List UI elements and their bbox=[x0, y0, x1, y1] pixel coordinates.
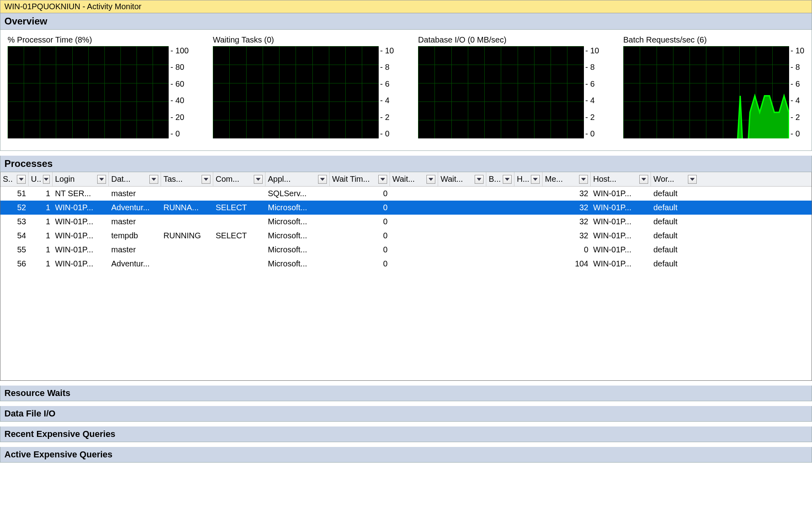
filter-dropdown-icon[interactable] bbox=[475, 175, 484, 184]
cell-login: WIN-01P... bbox=[53, 203, 109, 212]
column-label: Dat... bbox=[111, 175, 131, 184]
column-header-w1[interactable]: Wait... bbox=[390, 172, 438, 186]
cell-b bbox=[486, 189, 514, 198]
table-row[interactable]: 521WIN-01P...Adventur...RUNNA...SELECTMi… bbox=[0, 201, 812, 215]
chart-canvas bbox=[213, 46, 379, 138]
cell-tas: RUNNING bbox=[161, 231, 213, 240]
column-label: Wait... bbox=[392, 175, 415, 184]
column-header-login[interactable]: Login bbox=[53, 172, 109, 186]
y-tick: 80 bbox=[171, 63, 189, 72]
section-active-expensive-header[interactable]: Active Expensive Queries bbox=[0, 447, 812, 463]
cell-ho: WIN-01P... bbox=[591, 189, 651, 198]
cell-h bbox=[514, 203, 543, 212]
filter-dropdown-icon[interactable] bbox=[378, 175, 387, 184]
cell-ho: WIN-01P... bbox=[591, 217, 651, 226]
cell-wo: default bbox=[651, 259, 699, 268]
y-tick: 0 bbox=[381, 129, 394, 138]
column-label: Wait Tim... bbox=[332, 175, 370, 184]
table-row[interactable]: 531WIN-01P...masterMicrosoft...032WIN-01… bbox=[0, 215, 812, 229]
cell-wt: 0 bbox=[330, 217, 390, 226]
cell-w2 bbox=[438, 189, 486, 198]
column-header-me[interactable]: Me... bbox=[543, 172, 591, 186]
filter-dropdown-icon[interactable] bbox=[531, 175, 540, 184]
y-tick: 2 bbox=[792, 113, 804, 122]
filter-dropdown-icon[interactable] bbox=[639, 175, 648, 184]
table-row[interactable]: 541WIN-01P...tempdbRUNNINGSELECTMicrosof… bbox=[0, 229, 812, 243]
section-overview-header[interactable]: Overview bbox=[0, 13, 812, 30]
processes-body: 511NT SER...masterSQLServ...032WIN-01P..… bbox=[0, 187, 812, 271]
column-header-ho[interactable]: Host... bbox=[591, 172, 651, 186]
column-header-s[interactable]: S.. bbox=[0, 172, 29, 186]
section-data-file-io-header[interactable]: Data File I/O bbox=[0, 406, 812, 422]
filter-dropdown-icon[interactable] bbox=[97, 175, 106, 184]
y-tick: 10 bbox=[381, 46, 394, 55]
filter-dropdown-icon[interactable] bbox=[17, 175, 26, 184]
cell-app: Microsoft... bbox=[265, 245, 330, 254]
cell-w1 bbox=[390, 231, 438, 240]
cell-wo: default bbox=[651, 217, 699, 226]
cell-w2 bbox=[438, 217, 486, 226]
cell-s: 56 bbox=[0, 259, 29, 268]
cell-b bbox=[486, 203, 514, 212]
filter-dropdown-icon[interactable] bbox=[254, 175, 263, 184]
section-processes-header[interactable]: Processes bbox=[0, 156, 812, 172]
chart-canvas bbox=[418, 46, 584, 138]
column-header-b[interactable]: B... bbox=[486, 172, 514, 186]
cell-login: NT SER... bbox=[53, 189, 109, 198]
cell-b bbox=[486, 231, 514, 240]
filter-dropdown-icon[interactable] bbox=[149, 175, 158, 184]
cell-com: SELECT bbox=[213, 203, 265, 212]
cell-me: 104 bbox=[543, 259, 591, 268]
column-header-u[interactable]: U.. bbox=[29, 172, 53, 186]
column-label: B... bbox=[489, 175, 501, 184]
cell-com bbox=[213, 245, 265, 254]
column-label: Appl... bbox=[268, 175, 291, 184]
activity-monitor-window: WIN-01PQUOKNIUN - Activity Monitor Overv… bbox=[0, 0, 812, 463]
y-tick: 0 bbox=[171, 129, 189, 138]
cell-w1 bbox=[390, 217, 438, 226]
column-header-tas[interactable]: Tas... bbox=[161, 172, 213, 186]
cell-w2 bbox=[438, 245, 486, 254]
chart-y-axis: 1086420 bbox=[584, 46, 599, 138]
cell-login: WIN-01P... bbox=[53, 231, 109, 240]
filter-dropdown-icon[interactable] bbox=[318, 175, 327, 184]
y-tick: 8 bbox=[792, 63, 804, 72]
processes-header-row: S..U..LoginDat...Tas...Com...Appl...Wait… bbox=[0, 172, 812, 187]
column-header-wo[interactable]: Wor... bbox=[651, 172, 699, 186]
table-row[interactable]: 551WIN-01P...masterMicrosoft...00WIN-01P… bbox=[0, 243, 812, 257]
filter-dropdown-icon[interactable] bbox=[503, 175, 512, 184]
table-row[interactable]: 511NT SER...masterSQLServ...032WIN-01P..… bbox=[0, 187, 812, 201]
column-header-wt[interactable]: Wait Tim... bbox=[330, 172, 390, 186]
filter-dropdown-icon[interactable] bbox=[688, 175, 697, 184]
section-recent-expensive-header[interactable]: Recent Expensive Queries bbox=[0, 426, 812, 442]
column-header-w2[interactable]: Wait... bbox=[438, 172, 486, 186]
column-header-dat[interactable]: Dat... bbox=[109, 172, 161, 186]
cell-com: SELECT bbox=[213, 231, 265, 240]
chart-y-axis: 1086420 bbox=[379, 46, 394, 138]
column-header-h[interactable]: H... bbox=[514, 172, 543, 186]
filter-dropdown-icon[interactable] bbox=[426, 175, 435, 184]
column-label: U.. bbox=[31, 175, 41, 184]
chart-y-axis: 100806040200 bbox=[169, 46, 189, 138]
cell-wo: default bbox=[651, 231, 699, 240]
section-resource-waits-header[interactable]: Resource Waits bbox=[0, 386, 812, 401]
window-title: WIN-01PQUOKNIUN - Activity Monitor bbox=[0, 0, 812, 13]
cell-h bbox=[514, 259, 543, 268]
filter-dropdown-icon[interactable] bbox=[579, 175, 588, 184]
filter-dropdown-icon[interactable] bbox=[43, 175, 50, 184]
column-label: S.. bbox=[3, 175, 12, 184]
column-header-com[interactable]: Com... bbox=[213, 172, 265, 186]
cell-s: 54 bbox=[0, 231, 29, 240]
cell-u: 1 bbox=[29, 189, 53, 198]
chart-0: % Processor Time (8%)100806040200 bbox=[8, 35, 189, 138]
column-label: Me... bbox=[545, 175, 563, 184]
table-row[interactable]: 561WIN-01P...Adventur...Microsoft...0104… bbox=[0, 257, 812, 271]
filter-dropdown-icon[interactable] bbox=[202, 175, 210, 184]
processes-table: S..U..LoginDat...Tas...Com...Appl...Wait… bbox=[0, 172, 812, 381]
column-header-app[interactable]: Appl... bbox=[265, 172, 330, 186]
chart-title: Batch Requests/sec (6) bbox=[623, 35, 804, 45]
cell-w2 bbox=[438, 259, 486, 268]
y-tick: 4 bbox=[586, 96, 599, 105]
y-tick: 10 bbox=[792, 46, 804, 55]
y-tick: 0 bbox=[586, 129, 599, 138]
